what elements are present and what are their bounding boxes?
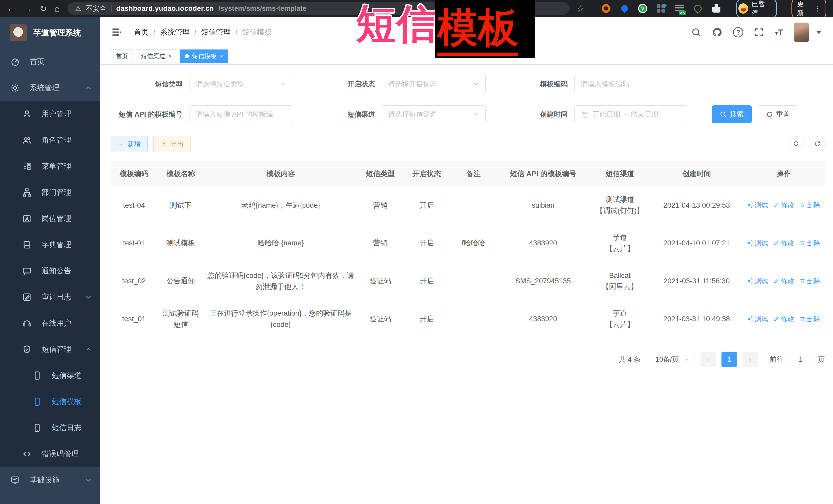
tree-list-icon (22, 162, 32, 171)
chevron-down-icon (85, 293, 92, 301)
collapse-sidebar-icon[interactable] (111, 28, 122, 37)
sms-channel-select[interactable]: 请选择短信渠道 (382, 105, 485, 123)
sms-type-select[interactable]: 请选择短信类型 (189, 75, 293, 93)
goto-page-input[interactable] (789, 352, 812, 367)
test-link[interactable]: 测试 (747, 276, 768, 286)
sidebar-item-online-users[interactable]: 在线用户 (0, 310, 100, 336)
cell-api-id: suibian (497, 186, 589, 224)
chevron-down-icon (683, 356, 690, 363)
extension-grid-icon[interactable]: ◆ (656, 4, 666, 13)
sidebar-group-sms[interactable]: 短信管理 (0, 336, 100, 362)
filter-label: 短信类型 (111, 79, 183, 89)
sidebar: 芋道管理系统 首页 系统管理 用户管理 (0, 17, 100, 504)
tab-home[interactable]: 首页 (111, 49, 133, 63)
sidebar-item-users[interactable]: 用户管理 (0, 101, 100, 127)
user-avatar[interactable] (794, 23, 809, 42)
status-select[interactable]: 请选择开启状态 (382, 75, 485, 93)
export-button[interactable]: 导出 (153, 136, 191, 152)
api-template-id-input[interactable] (196, 111, 287, 118)
org-chart-icon (22, 188, 32, 197)
help-icon[interactable]: ? (733, 27, 743, 38)
reload-icon[interactable]: ↻ (40, 4, 47, 13)
reset-button[interactable]: 重置 (758, 105, 798, 123)
template-code-input[interactable] (581, 80, 672, 88)
sidebar-item-error-codes[interactable]: 错误码管理 (0, 441, 100, 467)
api-template-id-input-wrap (189, 105, 293, 123)
test-link[interactable]: 测试 (747, 314, 768, 324)
cell-name: 公告通知 (157, 262, 204, 300)
test-link[interactable]: 测试 (747, 200, 768, 210)
test-link[interactable]: 测试 (747, 238, 768, 248)
toggle-search-button[interactable] (789, 136, 804, 151)
breadcrumb-system[interactable]: 系统管理 (160, 27, 190, 38)
edit-link[interactable]: 修改 (773, 200, 794, 210)
table-row: test-04 测试下 老鸡{name}，牛逼{code} 营销 开启 suib… (111, 186, 825, 224)
extension-puzzle-icon[interactable] (712, 4, 721, 13)
extension-ring-icon[interactable] (601, 4, 611, 13)
bookmark-star-icon[interactable]: ☆ (576, 3, 584, 14)
cell-created: 2021-04-10 01:07:21 (650, 224, 742, 262)
current-page[interactable]: 1 (721, 352, 737, 367)
sidebar-item-audit-log[interactable]: 审计日志 (0, 284, 100, 310)
book-icon (22, 240, 32, 250)
tab-sms-template[interactable]: 短信模板 × (180, 49, 228, 63)
refresh-button[interactable] (810, 136, 825, 151)
browser-profile-paused[interactable]: 已暂停 (736, 0, 777, 20)
sidebar-group-infra[interactable]: 基础设施 (0, 467, 100, 493)
back-icon[interactable]: ← (7, 4, 16, 13)
sidebar-item-posts[interactable]: 岗位管理 (0, 206, 100, 232)
sidebar-item-sms-log[interactable]: 短信日志 (0, 415, 100, 441)
close-icon[interactable]: × (220, 53, 223, 59)
app-logo-row[interactable]: 芋道管理系统 (0, 17, 100, 49)
tab-sms-channel[interactable]: 短信渠道 × (136, 49, 177, 63)
cell-status: 开启 (404, 262, 450, 300)
page-size-select[interactable]: 10条/页 (646, 352, 695, 367)
add-button[interactable]: ＋ 新增 (111, 136, 148, 152)
font-size-icon[interactable]: тT (775, 27, 783, 38)
search-icon[interactable] (691, 27, 701, 38)
delete-link[interactable]: 删除 (800, 238, 820, 248)
fullscreen-icon[interactable] (754, 27, 764, 38)
search-button[interactable]: 搜索 (712, 105, 752, 123)
sidebar-item-menus[interactable]: 菜单管理 (0, 153, 100, 179)
date-range-picker[interactable]: 开始日期 - 结束日期 (574, 105, 687, 123)
next-page-button[interactable]: › (742, 352, 758, 367)
edit-link[interactable]: 修改 (773, 314, 794, 324)
sidebar-item-departments[interactable]: 部门管理 (0, 179, 100, 206)
edit-link[interactable]: 修改 (773, 238, 794, 248)
screen: ← → ↻ ⌂ ⚠ 不安全 dashboard.yudao.iocoder.cn… (0, 0, 833, 504)
avatar-caret-icon[interactable] (816, 31, 822, 34)
forward-icon[interactable]: → (23, 4, 32, 13)
extension-spy-icon[interactable] (693, 4, 703, 13)
chevron-down-icon (473, 81, 479, 88)
sidebar-item-sms-channel[interactable]: 短信渠道 (0, 362, 100, 389)
sidebar-item-roles[interactable]: 角色管理 (0, 127, 100, 153)
breadcrumb-home[interactable]: 首页 (134, 27, 149, 38)
home-icon[interactable]: ⌂ (55, 4, 60, 13)
close-icon[interactable]: × (168, 53, 172, 59)
edit-link[interactable]: 修改 (773, 276, 794, 286)
delete-link[interactable]: 删除 (800, 200, 820, 210)
extension-list-icon[interactable]: on (674, 4, 684, 13)
cell-actions: 测试 修改 删除 (743, 186, 825, 224)
extension-pin-icon[interactable] (620, 4, 629, 13)
breadcrumb-sms[interactable]: 短信管理 (201, 27, 231, 38)
prev-page-button[interactable]: ‹ (700, 352, 716, 367)
address-bar[interactable]: ⚠ 不安全 dashboard.yudao.iocoder.cn /system… (67, 2, 570, 15)
delete-link[interactable]: 删除 (800, 276, 820, 286)
sidebar-item-dictionary[interactable]: 字典管理 (0, 232, 100, 258)
browser-menu-icon[interactable]: ⋮ (814, 6, 821, 11)
table-row: test_02 公告通知 您的验证码{code}，该验证码5分钟内有效，请勿泄漏… (111, 262, 825, 300)
filter-label: 短信渠道 (303, 110, 375, 119)
sidebar-item-home[interactable]: 首页 (0, 49, 100, 75)
extension-y-icon[interactable]: y (638, 4, 647, 13)
sidebar-item-notices[interactable]: 通知公告 (0, 258, 100, 284)
sidebar-item-sms-template[interactable]: 短信模板 (0, 389, 100, 415)
delete-link[interactable]: 删除 (800, 314, 820, 324)
cell-actions: 测试 修改 删除 (743, 224, 825, 262)
start-date-placeholder: 开始日期 (593, 110, 620, 119)
sidebar-group-system[interactable]: 系统管理 (0, 75, 100, 101)
github-icon[interactable] (712, 27, 722, 38)
filter-create-time: 创建时间 开始日期 - 结束日期 (496, 105, 687, 123)
view-tabs: 首页 短信渠道 × 短信模板 × (100, 48, 833, 65)
